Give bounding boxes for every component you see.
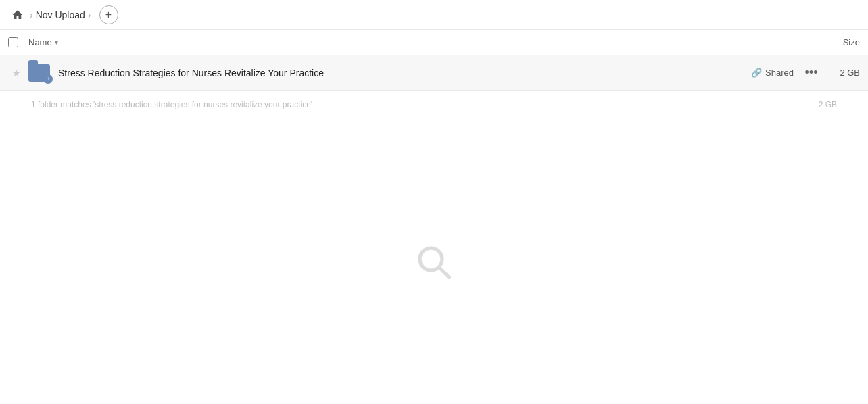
size-column-header[interactable]: Size [819,37,860,47]
home-icon [11,9,24,21]
file-name-label: Stress Reduction Strategies for Nurses R… [58,68,751,78]
breadcrumb-separator: › [30,9,33,20]
name-column-header[interactable]: Name ▾ [28,37,819,47]
upload-arrow-icon: ↑ [47,76,49,82]
file-size-label: 2 GB [826,68,860,78]
more-options-icon: ••• [805,66,818,80]
upload-overlay: ↑ [43,74,53,84]
shared-badge[interactable]: 🔗 Shared [751,68,794,78]
match-info-text: 1 folder matches 'stress reduction strat… [31,100,312,109]
sort-chevron-icon: ▾ [55,39,58,46]
shared-label: Shared [765,68,794,78]
select-all-checkbox[interactable] [8,37,18,47]
link-icon: 🔗 [751,68,762,78]
name-column-label: Name [28,37,52,47]
search-empty-icon [414,242,454,282]
empty-state-area [0,119,868,404]
select-all-checkbox-col[interactable] [8,37,28,47]
match-size-label: 2 GB [819,100,837,109]
match-info-bar: 1 folder matches 'stress reduction strat… [0,91,868,119]
svg-line-1 [439,268,450,278]
folder-icon-wrap: ↑ [27,61,51,85]
breadcrumb-separator-2: › [88,9,91,20]
column-headers: Name ▾ Size [0,30,868,55]
home-button[interactable] [8,5,27,24]
more-options-button[interactable]: ••• [802,64,821,82]
breadcrumb-current-folder[interactable]: Nov Upload [36,9,85,20]
add-item-button[interactable]: + [99,5,118,24]
breadcrumb-bar: › Nov Upload › + [0,0,868,30]
star-icon[interactable]: ★ [12,68,21,78]
star-col: ★ [8,68,24,78]
file-list-row[interactable]: ★ ↑ Stress Reduction Strategies for Nurs… [0,55,868,91]
